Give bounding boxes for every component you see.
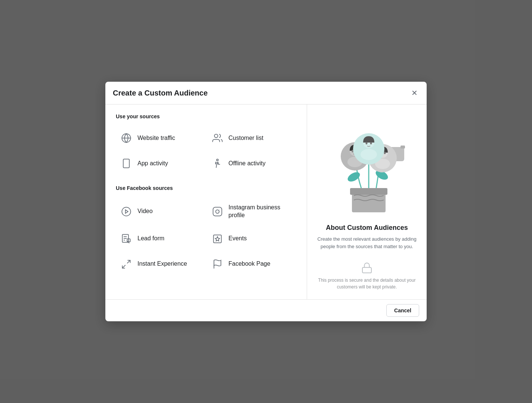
- expand-icon: [120, 258, 132, 270]
- svg-rect-22: [350, 188, 387, 195]
- svg-point-42: [366, 142, 368, 144]
- secure-section: This process is secure and the details a…: [316, 262, 418, 290]
- mobile-icon: [120, 157, 132, 169]
- right-panel: About Custom Audiences Create the most r…: [307, 104, 427, 299]
- svg-point-43: [370, 142, 372, 144]
- svg-point-5: [216, 159, 218, 161]
- option-app-activity[interactable]: App activity: [116, 151, 207, 176]
- modal-header: Create a Custom Audience ✕: [105, 82, 427, 104]
- instagram-icon: [211, 206, 223, 218]
- svg-point-2: [214, 134, 217, 138]
- events-label: Events: [229, 235, 247, 243]
- facebook-page-label: Facebook Page: [229, 260, 270, 268]
- svg-point-9: [216, 210, 219, 213]
- cancel-button[interactable]: Cancel: [386, 304, 419, 317]
- lock-icon: [361, 262, 373, 274]
- facebook-sources-grid: Video Instagram business profile: [116, 197, 298, 277]
- app-activity-label: App activity: [137, 160, 168, 168]
- modal-body: Use your sources Website traffic: [105, 104, 427, 299]
- svg-line-19: [123, 265, 126, 268]
- your-sources-grid: Website traffic Customer list: [116, 125, 298, 176]
- modal-overlay[interactable]: Create a Custom Audience ✕ Use your sour…: [0, 0, 532, 403]
- facebook-sources-label: Use Facebook sources: [116, 185, 298, 191]
- instagram-business-profile-label: Instagram business profile: [229, 204, 294, 219]
- option-video[interactable]: Video: [116, 197, 207, 226]
- svg-rect-44: [362, 268, 371, 273]
- lead-form-icon: [120, 233, 132, 245]
- svg-marker-17: [215, 237, 220, 241]
- star-icon: [211, 233, 223, 245]
- people-icon: [211, 132, 223, 144]
- about-title: About Custom Audiences: [326, 224, 408, 232]
- option-offline-activity[interactable]: Offline activity: [207, 151, 298, 176]
- svg-rect-3: [123, 159, 129, 168]
- globe-icon: [120, 132, 132, 144]
- option-facebook-page[interactable]: Facebook Page: [207, 252, 298, 277]
- custom-audience-illustration: [322, 113, 412, 218]
- option-instagram-business-profile[interactable]: Instagram business profile: [207, 197, 298, 226]
- svg-point-10: [219, 209, 220, 209]
- left-panel: Use your sources Website traffic: [105, 104, 307, 299]
- svg-point-41: [361, 149, 377, 160]
- svg-marker-7: [126, 210, 128, 213]
- svg-rect-8: [213, 207, 222, 216]
- option-events[interactable]: Events: [207, 226, 298, 252]
- svg-point-6: [122, 207, 130, 216]
- create-custom-audience-modal: Create a Custom Audience ✕ Use your sour…: [105, 82, 427, 321]
- svg-point-38: [384, 152, 386, 154]
- option-website-traffic[interactable]: Website traffic: [116, 125, 207, 151]
- video-label: Video: [137, 207, 153, 215]
- modal-footer: Cancel: [105, 299, 427, 321]
- modal-title: Create a Custom Audience: [113, 89, 208, 97]
- walking-icon: [211, 157, 223, 169]
- svg-line-18: [127, 260, 130, 263]
- close-icon: ✕: [411, 89, 418, 97]
- your-sources-label: Use your sources: [116, 113, 298, 119]
- close-button[interactable]: ✕: [410, 88, 419, 98]
- offline-activity-label: Offline activity: [229, 160, 266, 168]
- svg-rect-26: [400, 146, 405, 149]
- about-desc: Create the most relevant audiences by ad…: [316, 235, 418, 250]
- option-instant-experience[interactable]: Instant Experience: [116, 252, 207, 277]
- flag-icon: [211, 258, 223, 270]
- secure-text: This process is secure and the details a…: [316, 277, 418, 290]
- option-lead-form[interactable]: Lead form: [116, 226, 207, 252]
- option-customer-list[interactable]: Customer list: [207, 125, 298, 151]
- instant-experience-label: Instant Experience: [137, 260, 187, 268]
- customer-list-label: Customer list: [229, 134, 263, 142]
- website-traffic-label: Website traffic: [137, 134, 175, 142]
- play-icon: [120, 206, 132, 218]
- lead-form-label: Lead form: [137, 235, 164, 243]
